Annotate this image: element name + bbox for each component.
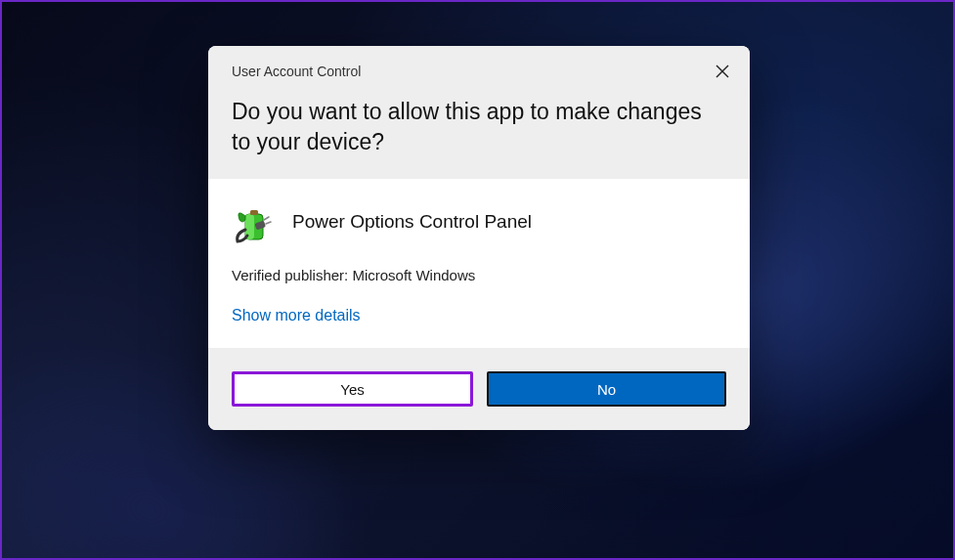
dialog-footer: Yes No: [208, 348, 750, 430]
close-button[interactable]: [709, 58, 736, 85]
show-more-details-link[interactable]: Show more details: [232, 307, 361, 324]
no-button[interactable]: No: [487, 371, 726, 407]
publisher-line: Verified publisher: Microsoft Windows: [232, 267, 726, 283]
yes-button[interactable]: Yes: [232, 371, 473, 407]
dialog-body: Power Options Control Panel Verified pub…: [208, 179, 750, 348]
app-row: Power Options Control Panel: [232, 200, 726, 243]
svg-line-7: [266, 222, 271, 224]
dialog-header: User Account Control Do you want to allo…: [208, 46, 750, 179]
close-icon: [716, 65, 729, 78]
power-options-icon: [232, 200, 275, 243]
dialog-title: User Account Control: [232, 64, 726, 79]
dialog-heading: Do you want to allow this app to make ch…: [232, 97, 726, 157]
app-name: Power Options Control Panel: [292, 211, 532, 233]
svg-line-6: [264, 217, 269, 220]
uac-dialog: User Account Control Do you want to allo…: [208, 46, 750, 430]
svg-rect-4: [250, 210, 258, 215]
